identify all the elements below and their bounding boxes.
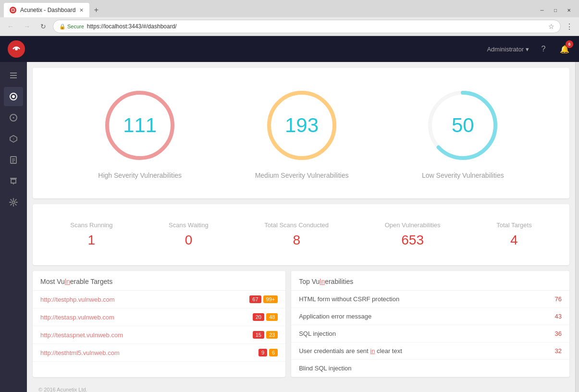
bottom-panels: Most Vulnerable Targets http://testphp.v… bbox=[33, 271, 569, 377]
vuln-name-3: SQL injection bbox=[299, 330, 554, 337]
scans-waiting-label: Scans Waiting bbox=[169, 221, 209, 229]
target-link-3[interactable]: http://testaspnet.vulnweb.com bbox=[40, 331, 253, 339]
sidebar: ! bbox=[0, 62, 27, 392]
svg-rect-13 bbox=[12, 160, 15, 161]
tab-close-btn[interactable]: ✕ bbox=[79, 7, 84, 13]
main-layout: ! 111 bbox=[0, 62, 579, 392]
vuln-count-3: 36 bbox=[555, 330, 562, 337]
sidebar-item-scans[interactable] bbox=[4, 108, 23, 127]
sidebar-item-dashboard[interactable] bbox=[4, 87, 23, 106]
badge-medium-3: 23 bbox=[266, 331, 278, 339]
scans-running-label: Scans Running bbox=[70, 221, 112, 229]
tab-title: Acunetix - Dashboard bbox=[20, 7, 75, 13]
tab-bar: Acunetix - Dashboard ✕ + ─ □ ✕ bbox=[0, 0, 579, 17]
target-link-1[interactable]: http://testphp.vulnweb.com bbox=[40, 296, 249, 303]
scans-waiting-stat: Scans Waiting 0 bbox=[169, 221, 209, 248]
close-btn[interactable]: ✕ bbox=[563, 4, 575, 16]
total-targets-value: 4 bbox=[510, 233, 518, 248]
new-tab-btn[interactable]: + bbox=[89, 3, 103, 17]
vuln-name-4: User credentials are sent in clear text bbox=[299, 347, 554, 355]
maximize-btn[interactable]: □ bbox=[549, 4, 562, 16]
svg-rect-3 bbox=[10, 73, 17, 74]
target-link-4[interactable]: http://testhtml5.vulnweb.com bbox=[40, 349, 259, 356]
active-tab[interactable]: Acunetix - Dashboard ✕ bbox=[4, 3, 89, 17]
vuln-item-2: Application error message 43 bbox=[291, 308, 569, 325]
low-severity-item: 50 Low Severity Vulnerabilities bbox=[422, 87, 504, 179]
target-link-2[interactable]: http://testasp.vulnweb.com bbox=[40, 314, 253, 321]
target-badges-2: 20 48 bbox=[253, 313, 278, 321]
low-severity-circle: 50 bbox=[424, 87, 501, 164]
vuln-item-3: SQL injection 36 bbox=[291, 325, 569, 343]
badge-high-3: 15 bbox=[253, 331, 264, 339]
badge-high-1: 67 bbox=[249, 295, 261, 303]
bookmark-icon[interactable]: ☆ bbox=[548, 23, 554, 30]
dropdown-arrow-icon: ▾ bbox=[526, 46, 529, 53]
address-bar: ← → ↻ 🔒 Secure https://localhost:3443/#/… bbox=[0, 17, 579, 36]
sidebar-item-list[interactable] bbox=[4, 66, 23, 85]
footer-text: © 2016 Acunetix Ltd. bbox=[38, 387, 87, 392]
badge-high-2: 20 bbox=[253, 313, 264, 321]
header-right: Administrator ▾ ? 🔔 6 bbox=[487, 42, 571, 56]
target-item-1: http://testphp.vulnweb.com 67 99+ bbox=[33, 291, 285, 308]
secure-badge: 🔒 Secure bbox=[59, 24, 84, 30]
total-scans-value: 8 bbox=[293, 233, 300, 248]
main-content: 111 High Severity Vulnerabilities 193 Me… bbox=[27, 62, 575, 392]
target-badges-1: 67 99+ bbox=[249, 295, 278, 303]
admin-label: Administrator bbox=[487, 46, 524, 53]
badge-medium-2: 48 bbox=[266, 313, 278, 321]
svg-rect-5 bbox=[10, 77, 17, 78]
scans-running-value: 1 bbox=[88, 233, 96, 248]
secure-text: Secure bbox=[67, 24, 84, 29]
svg-rect-14 bbox=[12, 161, 14, 162]
back-btn[interactable]: ← bbox=[4, 20, 17, 33]
most-vulnerable-panel: Most Vulnerable Targets http://testphp.v… bbox=[33, 271, 285, 377]
minimize-btn[interactable]: ─ bbox=[536, 4, 548, 16]
sidebar-item-reports[interactable] bbox=[4, 150, 23, 170]
badge-medium-4: 6 bbox=[269, 349, 278, 356]
vuln-count-1: 76 bbox=[555, 295, 562, 303]
browser-chrome: Acunetix - Dashboard ✕ + ─ □ ✕ ← → ↻ 🔒 S… bbox=[0, 0, 579, 36]
medium-severity-circle: 193 bbox=[263, 87, 340, 164]
vuln-item-5: Blind SQL injection bbox=[291, 360, 569, 377]
low-severity-label: Low Severity Vulnerabilities bbox=[422, 172, 504, 179]
medium-severity-value: 193 bbox=[285, 114, 319, 137]
scans-waiting-value: 0 bbox=[185, 233, 193, 248]
target-item-4: http://testhtml5.vulnweb.com 9 6 bbox=[33, 344, 285, 362]
svg-text:!: ! bbox=[13, 137, 14, 141]
high-severity-item: 111 High Severity Vulnerabilities bbox=[98, 87, 182, 179]
app-logo[interactable] bbox=[8, 40, 25, 58]
tab-favicon bbox=[10, 7, 16, 13]
notification-badge: 6 bbox=[566, 40, 573, 48]
sidebar-item-vulnerabilities[interactable]: ! bbox=[4, 129, 23, 148]
svg-point-2 bbox=[15, 48, 18, 50]
open-vulns-stat: Open Vulnerabilities 653 bbox=[385, 221, 441, 248]
notification-bell[interactable]: 🔔 6 bbox=[558, 42, 571, 56]
admin-menu-btn[interactable]: Administrator ▾ bbox=[487, 46, 529, 53]
high-severity-label: High Severity Vulnerabilities bbox=[98, 172, 182, 179]
high-severity-circle: 111 bbox=[101, 87, 178, 164]
sidebar-item-settings[interactable] bbox=[4, 193, 23, 212]
lock-icon: 🔒 bbox=[59, 24, 66, 30]
reload-btn[interactable]: ↻ bbox=[37, 20, 50, 33]
url-text: https://localhost:3443/#/dashboard/ bbox=[87, 23, 545, 30]
open-vulns-label: Open Vulnerabilities bbox=[385, 221, 441, 229]
chrome-menu-icon[interactable]: ⋮ bbox=[564, 21, 575, 32]
forward-btn[interactable]: → bbox=[20, 20, 34, 33]
target-item-3: http://testaspnet.vulnweb.com 15 23 bbox=[33, 326, 285, 344]
svg-point-7 bbox=[12, 95, 15, 98]
help-icon[interactable]: ? bbox=[537, 42, 550, 56]
target-item-2: http://testasp.vulnweb.com 20 48 bbox=[33, 308, 285, 326]
stats-row: Scans Running 1 Scans Waiting 0 Total Sc… bbox=[42, 214, 560, 256]
footer: © 2016 Acunetix Ltd. bbox=[33, 383, 569, 392]
medium-severity-label: Medium Severity Vulnerabilities bbox=[255, 172, 349, 179]
top-vulnerabilities-header: Top Vulnerabilities bbox=[291, 271, 569, 291]
sidebar-item-targets[interactable] bbox=[4, 172, 23, 191]
scrollbar[interactable] bbox=[575, 62, 579, 392]
svg-rect-4 bbox=[10, 75, 17, 76]
severity-card: 111 High Severity Vulnerabilities 193 Me… bbox=[33, 68, 569, 198]
url-bar[interactable]: 🔒 Secure https://localhost:3443/#/dashbo… bbox=[53, 20, 561, 33]
svg-rect-12 bbox=[12, 159, 15, 159]
open-vulns-value: 653 bbox=[401, 233, 424, 248]
vuln-name-2: Application error message bbox=[299, 313, 554, 320]
target-badges-4: 9 6 bbox=[259, 349, 278, 356]
